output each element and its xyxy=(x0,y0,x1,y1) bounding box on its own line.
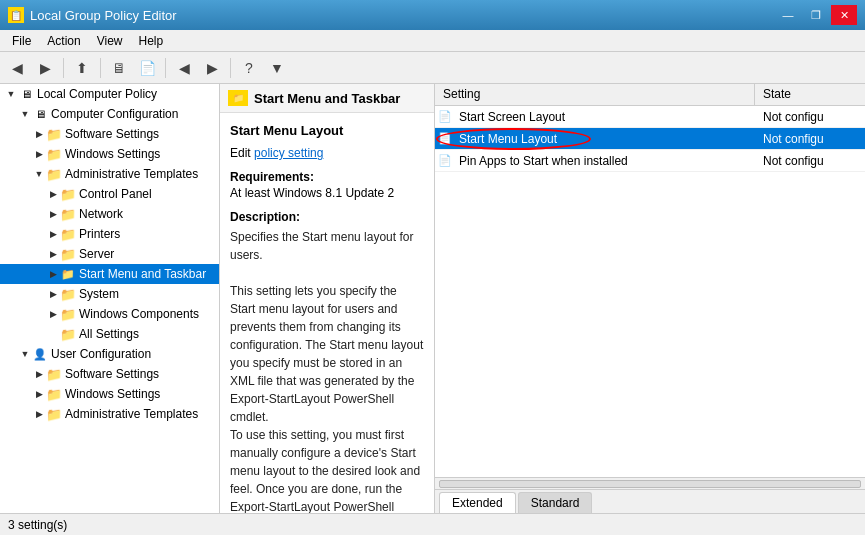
description-text: Specifies the Start menu layout for user… xyxy=(230,228,424,513)
tree-item-software-settings-uc[interactable]: ▶ 📁 Software Settings xyxy=(0,364,219,384)
restore-button[interactable]: ❐ xyxy=(803,5,829,25)
tree-item-all-settings[interactable]: ▶ 📁 All Settings xyxy=(0,324,219,344)
tree-item-start-menu-taskbar[interactable]: ▶ 📁 Start Menu and Taskbar xyxy=(0,264,219,284)
menu-help[interactable]: Help xyxy=(131,32,172,50)
show-hide-tree-button[interactable]: 🖥 xyxy=(106,56,132,80)
tree-label-network: Network xyxy=(79,207,123,221)
toggle-control-panel[interactable]: ▶ xyxy=(46,187,60,201)
row1-setting: Start Screen Layout xyxy=(455,110,755,124)
requirements-text: At least Windows 8.1 Update 2 xyxy=(230,186,424,200)
folder-icon-network: 📁 xyxy=(60,206,76,222)
toggle-software-settings-uc[interactable]: ▶ xyxy=(32,367,46,381)
list-col-setting-header: Setting xyxy=(435,84,755,105)
folder-icon-server: 📁 xyxy=(60,246,76,262)
toggle-administrative-templates-uc[interactable]: ▶ xyxy=(32,407,46,421)
tree-item-user-configuration[interactable]: ▼ 👤 User Configuration xyxy=(0,344,219,364)
tree-item-local-computer-policy[interactable]: ▼ 🖥 Local Computer Policy xyxy=(0,84,219,104)
row1-icon: 📄 xyxy=(435,110,455,123)
tree-label-local-computer-policy: Local Computer Policy xyxy=(37,87,157,101)
tree-item-computer-configuration[interactable]: ▼ 🖥 Computer Configuration xyxy=(0,104,219,124)
folder-icon-software-settings-uc: 📁 xyxy=(46,366,62,382)
back-button[interactable]: ◀ xyxy=(4,56,30,80)
back-list-button[interactable]: ◀ xyxy=(171,56,197,80)
middle-panel: 📁 Start Menu and Taskbar Start Menu Layo… xyxy=(220,84,435,513)
menu-action[interactable]: Action xyxy=(39,32,88,50)
tree-item-windows-components[interactable]: ▶ 📁 Windows Components xyxy=(0,304,219,324)
toggle-local-computer-policy[interactable]: ▼ xyxy=(4,87,18,101)
tree-label-windows-settings-cc: Windows Settings xyxy=(65,147,160,161)
scroll-track xyxy=(439,480,861,488)
tree-label-software-settings-uc: Software Settings xyxy=(65,367,159,381)
toggle-printers[interactable]: ▶ xyxy=(46,227,60,241)
minimize-button[interactable]: — xyxy=(775,5,801,25)
tree-label-start-menu-taskbar: Start Menu and Taskbar xyxy=(79,267,206,281)
tree-item-administrative-templates-uc[interactable]: ▶ 📁 Administrative Templates xyxy=(0,404,219,424)
list-row-start-screen-layout[interactable]: 📄 Start Screen Layout Not configu xyxy=(435,106,865,128)
tab-bar: Extended Standard xyxy=(435,489,865,513)
middle-panel-title: Start Menu Layout xyxy=(230,123,424,138)
app-icon: 📋 xyxy=(8,7,24,23)
toggle-windows-components[interactable]: ▶ xyxy=(46,307,60,321)
up-button[interactable]: ⬆ xyxy=(69,56,95,80)
menu-file[interactable]: File xyxy=(4,32,39,50)
toggle-computer-configuration[interactable]: ▼ xyxy=(18,107,32,121)
toggle-administrative-templates[interactable]: ▼ xyxy=(32,167,46,181)
tree-panel: ▼ 🖥 Local Computer Policy ▼ 🖥 Computer C… xyxy=(0,84,220,513)
folder-icon-software-settings-cc: 📁 xyxy=(46,126,62,142)
folder-icon-printers: 📁 xyxy=(60,226,76,242)
description-label: Description: xyxy=(230,210,424,224)
user-config-icon: 👤 xyxy=(32,346,48,362)
list-row-start-menu-layout[interactable]: 📄 Start Menu Layout Not configu xyxy=(435,128,865,150)
folder-icon-administrative-templates-uc: 📁 xyxy=(46,406,62,422)
row3-icon: 📄 xyxy=(435,154,455,167)
row2-icon: 📄 xyxy=(435,132,455,145)
app-title: Local Group Policy Editor xyxy=(30,8,177,23)
section-header-title: Start Menu and Taskbar xyxy=(254,91,400,106)
list-row-pin-apps[interactable]: 📄 Pin Apps to Start when installed Not c… xyxy=(435,150,865,172)
folder-icon-start-menu-taskbar: 📁 xyxy=(60,266,76,282)
tree-label-software-settings-cc: Software Settings xyxy=(65,127,159,141)
menu-bar: File Action View Help xyxy=(0,30,865,52)
toggle-server[interactable]: ▶ xyxy=(46,247,60,261)
row3-setting: Pin Apps to Start when installed xyxy=(455,154,755,168)
main-area: ▼ 🖥 Local Computer Policy ▼ 🖥 Computer C… xyxy=(0,84,865,513)
folder-icon-system: 📁 xyxy=(60,286,76,302)
menu-view[interactable]: View xyxy=(89,32,131,50)
tree-item-network[interactable]: ▶ 📁 Network xyxy=(0,204,219,224)
tree-label-windows-settings-uc: Windows Settings xyxy=(65,387,160,401)
toggle-user-configuration[interactable]: ▼ xyxy=(18,347,32,361)
tree-label-administrative-templates-uc: Administrative Templates xyxy=(65,407,198,421)
tree-item-windows-settings-uc[interactable]: ▶ 📁 Windows Settings xyxy=(0,384,219,404)
tab-standard[interactable]: Standard xyxy=(518,492,593,513)
folder-icon-administrative-templates: 📁 xyxy=(46,166,62,182)
status-text: 3 setting(s) xyxy=(8,518,67,532)
tree-item-control-panel[interactable]: ▶ 📁 Control Panel xyxy=(0,184,219,204)
new-window-button[interactable]: 📄 xyxy=(134,56,160,80)
tree-item-administrative-templates[interactable]: ▼ 📁 Administrative Templates xyxy=(0,164,219,184)
toggle-start-menu-taskbar[interactable]: ▶ xyxy=(46,267,60,281)
toggle-windows-settings-uc[interactable]: ▶ xyxy=(32,387,46,401)
row2-setting: Start Menu Layout xyxy=(455,132,755,146)
close-button[interactable]: ✕ xyxy=(831,5,857,25)
folder-icon-windows-settings-cc: 📁 xyxy=(46,146,62,162)
forward-button[interactable]: ▶ xyxy=(32,56,58,80)
horizontal-scrollbar[interactable] xyxy=(435,477,865,489)
toggle-network[interactable]: ▶ xyxy=(46,207,60,221)
tree-item-server[interactable]: ▶ 📁 Server xyxy=(0,244,219,264)
requirements-label: Requirements: xyxy=(230,170,424,184)
toggle-windows-settings-cc[interactable]: ▶ xyxy=(32,147,46,161)
policy-link[interactable]: policy setting xyxy=(254,146,323,160)
folder-icon-windows-components: 📁 xyxy=(60,306,76,322)
tree-item-windows-settings-cc[interactable]: ▶ 📁 Windows Settings xyxy=(0,144,219,164)
forward-list-button[interactable]: ▶ xyxy=(199,56,225,80)
toggle-software-settings-cc[interactable]: ▶ xyxy=(32,127,46,141)
tree-label-all-settings: All Settings xyxy=(79,327,139,341)
tab-extended[interactable]: Extended xyxy=(439,492,516,513)
toggle-system[interactable]: ▶ xyxy=(46,287,60,301)
tree-item-printers[interactable]: ▶ 📁 Printers xyxy=(0,224,219,244)
tree-item-system[interactable]: ▶ 📁 System xyxy=(0,284,219,304)
filter-button[interactable]: ▼ xyxy=(264,56,290,80)
help-button[interactable]: ? xyxy=(236,56,262,80)
right-panel: Setting State 📄 Start Screen Layout Not … xyxy=(435,84,865,513)
tree-item-software-settings-cc[interactable]: ▶ 📁 Software Settings xyxy=(0,124,219,144)
